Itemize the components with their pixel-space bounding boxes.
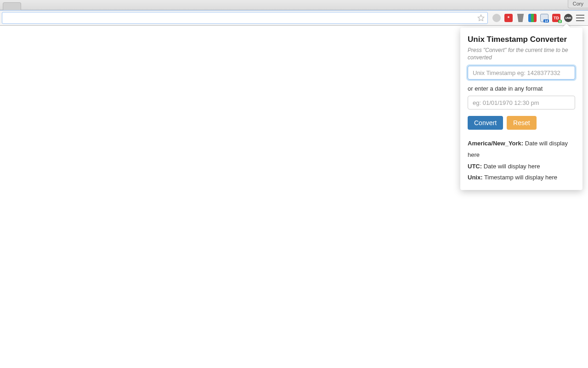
result-utc: UTC: Date will display here bbox=[468, 161, 575, 172]
page-body: Unix Timestamp Converter Press "Convert"… bbox=[0, 26, 588, 368]
svg-marker-0 bbox=[478, 15, 484, 21]
extension-td-icon[interactable]: TD 0 bbox=[552, 14, 560, 22]
system-strip: Cory bbox=[0, 0, 588, 10]
extension-unix-timestamp-icon[interactable]: UNIX bbox=[564, 14, 572, 22]
account-chip[interactable]: Cory bbox=[568, 0, 588, 8]
result-unix: Unix: Timestamp will display here bbox=[468, 172, 575, 184]
omnibox[interactable] bbox=[2, 12, 488, 24]
extension-globe-icon[interactable] bbox=[492, 14, 501, 22]
extension-lastpass-icon[interactable]: * bbox=[504, 14, 513, 22]
extension-td-badge: 0 bbox=[558, 20, 562, 23]
extension-bucket-icon[interactable] bbox=[516, 14, 525, 22]
convert-button[interactable]: Convert bbox=[468, 116, 503, 130]
browser-menu-icon[interactable] bbox=[576, 15, 584, 21]
button-row: Convert Reset bbox=[468, 116, 575, 130]
popup-caret bbox=[562, 23, 571, 28]
popup-title: Unix Timestamp Converter bbox=[468, 35, 575, 44]
date-input[interactable] bbox=[468, 96, 575, 109]
extension-calendar-badge: 14 bbox=[543, 19, 549, 23]
result-unix-label: Unix: bbox=[468, 174, 483, 181]
extension-calendar-icon[interactable]: 14 bbox=[540, 14, 548, 22]
result-utc-value: Date will display here bbox=[484, 163, 540, 170]
unix-timestamp-input[interactable] bbox=[468, 66, 575, 80]
popup-hint: Press "Convert" for the current time to … bbox=[468, 47, 575, 61]
or-label: or enter a date in any format bbox=[468, 85, 575, 92]
result-utc-label: UTC: bbox=[468, 163, 482, 170]
result-local-label: America/New_York: bbox=[468, 140, 523, 147]
bookmark-star-icon[interactable] bbox=[477, 14, 485, 22]
reset-button[interactable]: Reset bbox=[507, 116, 537, 130]
result-local: America/New_York: Date will display here bbox=[468, 138, 575, 161]
browser-tab-stub[interactable] bbox=[3, 2, 21, 10]
unix-timestamp-popup: Unix Timestamp Converter Press "Convert"… bbox=[460, 28, 582, 190]
result-unix-value: Timestamp will display here bbox=[484, 174, 557, 181]
browser-toolbar: * 14 TD 0 UNIX bbox=[0, 10, 588, 26]
extension-people-icon[interactable] bbox=[528, 14, 537, 22]
extension-strip: * 14 TD 0 UNIX bbox=[488, 14, 588, 22]
results-block: America/New_York: Date will display here… bbox=[468, 138, 575, 184]
